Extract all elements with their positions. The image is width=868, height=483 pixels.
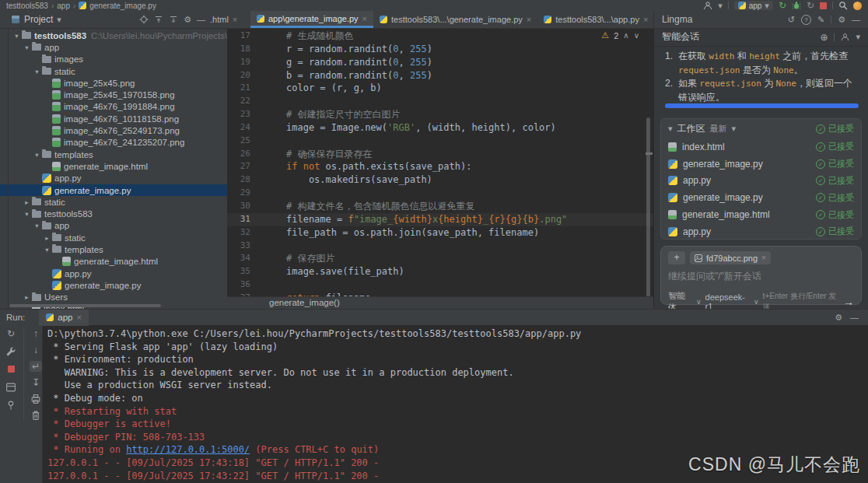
- tree-item[interactable]: ▾app: [8, 41, 227, 53]
- search-everywhere-icon[interactable]: [838, 1, 848, 10]
- chevron-right-icon[interactable]: ▸: [23, 198, 31, 206]
- code-line[interactable]: # 构建文件名，包含随机颜色信息以避免重复: [264, 200, 644, 213]
- chevron-right-icon[interactable]: ▸: [43, 234, 51, 242]
- chevron-down-icon[interactable]: ▾: [12, 32, 21, 40]
- expand-all-icon[interactable]: [169, 15, 178, 24]
- console-link[interactable]: http://127.0.0.1:5000/: [126, 444, 250, 455]
- chevron-down-icon[interactable]: ▾: [668, 124, 673, 133]
- breadcrumb-item-project[interactable]: testtools583: [6, 2, 48, 10]
- send-button[interactable]: →: [843, 296, 854, 308]
- tree-item[interactable]: generate_image.html: [8, 160, 227, 172]
- editor-tab[interactable]: .html×: [208, 11, 250, 28]
- code-line[interactable]: os.makedirs(save_path): [264, 173, 644, 187]
- down-stack-trace-icon[interactable]: ↓: [30, 345, 42, 355]
- new-chat-edit-icon[interactable]: ✎: [817, 16, 824, 24]
- scroll-to-end-icon[interactable]: ↧: [30, 377, 42, 388]
- close-tab-icon[interactable]: ×: [76, 313, 81, 322]
- next-problem-icon[interactable]: ∨: [634, 31, 639, 40]
- close-tab-icon[interactable]: ×: [527, 15, 531, 24]
- pin-icon[interactable]: [5, 400, 17, 411]
- workspace-header[interactable]: ▾ 工作区 最新 ▾ ✓ 已接受: [668, 119, 854, 138]
- workspace-file-row[interactable]: app.py✓已接受: [668, 223, 854, 240]
- tree-item[interactable]: ▸Users: [8, 292, 227, 303]
- workspace-file-row[interactable]: generate_image.html✓已接受: [668, 206, 854, 223]
- up-stack-trace-icon[interactable]: ↑: [30, 328, 42, 339]
- attachment-chip[interactable]: fd79abcc.png ×: [690, 251, 771, 264]
- workspace-sort[interactable]: 最新: [710, 123, 727, 135]
- chat-input-card[interactable]: + fd79abcc.png × 继续提问或"/"新开会话 智能体 ∨ deep…: [660, 246, 862, 305]
- tree-item[interactable]: generate_image.html: [8, 256, 227, 268]
- code-line[interactable]: [264, 278, 644, 292]
- editor-breadcrumb[interactable]: generate_image(): [227, 296, 653, 309]
- workspace-file-row[interactable]: app.py✓已接受: [668, 173, 854, 190]
- tree-item[interactable]: generate_image.py: [8, 279, 227, 291]
- restore-layout-icon[interactable]: [5, 382, 17, 393]
- code-line[interactable]: image.save(file_path): [264, 265, 644, 278]
- tree-item[interactable]: image_25x45_1970158.png: [8, 89, 227, 100]
- chevron-down-icon[interactable]: ▾: [732, 124, 737, 133]
- close-tab-icon[interactable]: ×: [643, 15, 648, 24]
- workspace-file-row[interactable]: generate_image.py✓已接受: [668, 156, 854, 173]
- chat-input-placeholder[interactable]: 继续提问或"/"新开会话: [668, 270, 854, 283]
- gear-icon[interactable]: ⚙: [838, 16, 845, 24]
- run-button[interactable]: ↻: [779, 1, 786, 10]
- tree-item[interactable]: ▾templates: [8, 149, 227, 160]
- run-tab[interactable]: app ×: [39, 310, 89, 326]
- editor-tab[interactable]: testtools583\...\app.py×: [537, 11, 654, 28]
- run-configuration-select[interactable]: app ▾: [734, 1, 773, 10]
- chevron-down-icon[interactable]: ▾: [57, 16, 61, 24]
- notifications-icon[interactable]: [853, 2, 862, 10]
- gear-icon[interactable]: ⚙: [184, 16, 191, 24]
- code-line[interactable]: if not os.path.exists(save_path):: [264, 160, 644, 173]
- print-icon[interactable]: [30, 394, 42, 404]
- close-tab-icon[interactable]: ×: [362, 14, 367, 23]
- chevron-down-icon[interactable]: ▾: [23, 44, 31, 51]
- history-icon[interactable]: ↺: [788, 16, 795, 24]
- tree-item[interactable]: app.py: [8, 268, 227, 279]
- workspace-file-row[interactable]: generate_image.py✓已接受: [668, 189, 854, 206]
- new-session-icon[interactable]: ⊕: [820, 32, 828, 43]
- code-line[interactable]: color = (r, g, b): [264, 82, 644, 95]
- error-stripe-mark[interactable]: [646, 152, 653, 155]
- hide-panel-icon[interactable]: —: [852, 16, 860, 24]
- chevron-down-icon[interactable]: ▾: [23, 210, 31, 218]
- stop-button[interactable]: [5, 364, 17, 375]
- soft-wrap-icon[interactable]: ↵: [30, 361, 42, 372]
- locate-file-icon[interactable]: [139, 15, 149, 24]
- tree-item[interactable]: ▾templates: [8, 243, 227, 255]
- close-tab-icon[interactable]: ×: [233, 15, 237, 24]
- horizontal-scrollbar[interactable]: [9, 304, 161, 307]
- hide-panel-icon[interactable]: —: [850, 313, 859, 322]
- user-dropdown-icon[interactable]: ▾: [718, 2, 723, 10]
- stop-button[interactable]: [820, 2, 827, 9]
- toolwindow-stripe[interactable]: [0, 28, 9, 309]
- rerun-button[interactable]: ↻: [5, 328, 17, 339]
- tree-item[interactable]: ▾testtools583C:\Users\lei.hou\PycharmPro…: [8, 30, 227, 41]
- tree-item[interactable]: ▾static: [8, 65, 227, 77]
- prev-problem-icon[interactable]: ∧: [623, 31, 628, 40]
- chat-action-bar[interactable]: [665, 103, 859, 108]
- editor-tab[interactable]: testtools583\...\generate_image.py×: [373, 11, 537, 28]
- editor-gutter[interactable]: 1718192021222324252627282930313233343536…: [227, 30, 255, 305]
- debug-button[interactable]: [792, 1, 801, 10]
- breadcrumb-item-folder[interactable]: app: [57, 2, 70, 10]
- code-line[interactable]: # 保存图片: [264, 252, 644, 265]
- hide-panel-icon[interactable]: —: [197, 16, 205, 24]
- editor-scrollbar[interactable]: [646, 117, 650, 308]
- clear-trash-icon[interactable]: [30, 410, 42, 421]
- gear-icon[interactable]: ⚙: [835, 313, 842, 322]
- code-line[interactable]: file_path = os.path.join(save_path, file…: [264, 226, 644, 240]
- code-line[interactable]: g = random.randint(0, 255): [264, 56, 644, 69]
- coverage-button[interactable]: ↻: [807, 1, 814, 10]
- code-line[interactable]: filename = f"image_{width}x{height}_{r}{…: [264, 213, 644, 226]
- tree-item[interactable]: ▾testtools583: [8, 208, 227, 219]
- account-icon[interactable]: [841, 33, 849, 41]
- code-line[interactable]: r = random.randint(0, 255): [264, 43, 644, 56]
- code-line[interactable]: [264, 135, 644, 148]
- tree-item[interactable]: image_25x45.png: [8, 77, 227, 89]
- tree-item[interactable]: ▸static: [8, 196, 227, 208]
- tree-item[interactable]: generate_image.py: [8, 184, 227, 196]
- tree-item[interactable]: image_46x76_10118158.png: [8, 113, 227, 124]
- code-line[interactable]: [264, 187, 644, 200]
- chevron-down-icon[interactable]: ▾: [856, 33, 860, 41]
